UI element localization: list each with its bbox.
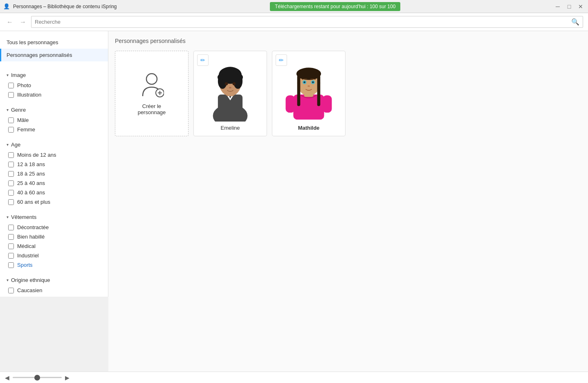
edit-icon: ✏	[279, 57, 284, 63]
filter-checkbox-3-2[interactable]	[8, 243, 14, 249]
svg-point-16	[233, 70, 239, 75]
mathilde-image	[280, 56, 337, 122]
filter-label-2-1: 12 à 18 ans	[17, 161, 45, 167]
edit-mathilde-button[interactable]: ✏	[276, 54, 287, 66]
chevron-down-icon: ▾	[7, 215, 9, 219]
zoom-slider[interactable]	[13, 377, 62, 378]
filter-checkbox-3-3[interactable]	[8, 253, 14, 259]
filter-label-3-1: Bien habillé	[17, 234, 45, 240]
search-input[interactable]	[35, 19, 571, 25]
filter-label-2-2: 18 à 25 ans	[17, 171, 45, 177]
svg-point-30	[303, 81, 305, 83]
filter-item-3-2: Médical	[7, 241, 101, 251]
filter-item-2-5: 60 ans et plus	[7, 197, 101, 207]
svg-rect-25	[297, 75, 301, 106]
title-bar-left: 👤 Personnages – Bibliothèque de contenu …	[3, 3, 117, 10]
filter-checkbox-2-1[interactable]	[8, 162, 14, 167]
main-layout: Tous les personnages Personnages personn…	[0, 31, 588, 372]
filter-section-0: ▾ImagePhotoIllustration	[0, 66, 108, 101]
app-icon: 👤	[3, 3, 10, 10]
sidebar: Tous les personnages Personnages personn…	[0, 31, 108, 297]
emeline-name: Emeline	[221, 125, 240, 131]
characters-grid: Créer le personnage ✏	[115, 51, 581, 136]
filter-label-0-1: Illustration	[17, 92, 41, 98]
filter-checkbox-1-1[interactable]	[8, 127, 14, 133]
svg-rect-21	[286, 95, 295, 113]
filter-section-header-3[interactable]: ▾Vêtements	[7, 211, 101, 223]
filter-section-header-0[interactable]: ▾Image	[7, 69, 101, 81]
search-icon: 🔍	[571, 18, 579, 26]
notification-badge: Téléchargements restant pour aujourd'hui…	[270, 2, 400, 11]
slider-wrap: ◀ ▶	[3, 374, 71, 382]
filter-checkbox-4-0[interactable]	[8, 288, 14, 293]
filter-checkbox-3-4[interactable]	[8, 262, 14, 268]
sidebar-nav: Tous les personnages Personnages personn…	[0, 31, 108, 66]
sidebar-outer: Tous les personnages Personnages personn…	[0, 31, 108, 372]
filter-section-1: ▾GenreMâleFemme	[0, 101, 108, 136]
create-label: Créer le personnage	[138, 103, 166, 115]
bottom-bar: ◀ ▶	[0, 372, 588, 383]
filters-container: ▾ImagePhotoIllustration▾GenreMâleFemme▾A…	[0, 66, 108, 297]
back-button[interactable]: ←	[5, 17, 15, 27]
filter-item-3-0: Décontractée	[7, 223, 101, 232]
maximize-button[interactable]: □	[565, 2, 573, 11]
minimize-button[interactable]: ─	[554, 2, 562, 11]
svg-rect-5	[218, 95, 242, 117]
filter-label-3-4: Sports	[17, 262, 33, 268]
filter-checkbox-2-2[interactable]	[8, 171, 14, 177]
slider-increase-button[interactable]: ▶	[63, 374, 71, 382]
svg-point-27	[296, 68, 321, 80]
svg-point-14	[237, 74, 243, 80]
svg-point-18	[233, 82, 236, 86]
chevron-down-icon: ▾	[7, 108, 9, 112]
filter-checkbox-2-0[interactable]	[8, 152, 14, 158]
svg-point-17	[225, 82, 228, 86]
svg-point-31	[312, 81, 314, 83]
create-character-card[interactable]: Créer le personnage	[115, 51, 189, 136]
filter-item-1-1: Femme	[7, 125, 101, 134]
filter-label-1-0: Mâle	[17, 117, 29, 123]
filter-section-header-4[interactable]: ▾Origine ethnique	[7, 274, 101, 286]
filter-checkbox-0-1[interactable]	[8, 92, 14, 98]
edit-icon: ✏	[200, 57, 205, 63]
filter-checkbox-2-3[interactable]	[8, 180, 14, 186]
filter-item-1-0: Mâle	[7, 115, 101, 125]
filter-section-3: ▾VêtementsDécontractéeBien habilléMédica…	[0, 208, 108, 271]
search-input-wrap: 🔍	[31, 16, 583, 28]
svg-rect-22	[323, 95, 332, 113]
svg-rect-26	[317, 75, 321, 106]
filter-label-4-0: Caucasien	[17, 287, 42, 293]
svg-point-15	[222, 70, 227, 75]
filter-label-3-3: Industriel	[17, 252, 39, 259]
filter-checkbox-3-0[interactable]	[8, 225, 14, 230]
content-area: Personnages personnalisés	[108, 31, 588, 372]
filter-label-2-5: 60 ans et plus	[17, 199, 50, 205]
filter-section-4: ▾Origine ethniqueCaucasien	[0, 271, 108, 297]
svg-point-0	[146, 74, 157, 84]
edit-emeline-button[interactable]: ✏	[197, 54, 209, 66]
character-card-emeline[interactable]: ✏	[193, 51, 267, 136]
sidebar-item-all[interactable]: Tous les personnages	[0, 36, 108, 49]
close-button[interactable]: ✕	[577, 2, 585, 11]
svg-point-19	[229, 87, 231, 88]
filter-checkbox-3-1[interactable]	[8, 234, 14, 240]
filter-label-1-1: Femme	[17, 126, 35, 133]
chevron-down-icon: ▾	[7, 142, 9, 147]
search-bar: ← → 🔍	[0, 13, 588, 31]
filter-item-3-3: Industriel	[7, 251, 101, 260]
sidebar-item-custom[interactable]: Personnages personnalisés	[0, 49, 108, 61]
filter-checkbox-2-4[interactable]	[8, 190, 14, 196]
forward-button[interactable]: →	[18, 17, 28, 27]
filter-section-header-1[interactable]: ▾Genre	[7, 104, 101, 115]
character-card-mathilde[interactable]: ✏	[272, 51, 346, 136]
filter-checkbox-1-0[interactable]	[8, 117, 14, 123]
filter-label-2-4: 40 à 60 ans	[17, 189, 45, 196]
filter-section-header-2[interactable]: ▾Age	[7, 138, 101, 150]
filter-item-3-1: Bien habillé	[7, 232, 101, 241]
filter-item-0-0: Photo	[7, 81, 101, 90]
window-controls: ─ □ ✕	[554, 2, 585, 11]
slider-decrease-button[interactable]: ◀	[3, 374, 11, 382]
filter-checkbox-2-5[interactable]	[8, 199, 14, 205]
filter-item-2-0: Moins de 12 ans	[7, 150, 101, 160]
filter-checkbox-0-0[interactable]	[8, 83, 14, 88]
